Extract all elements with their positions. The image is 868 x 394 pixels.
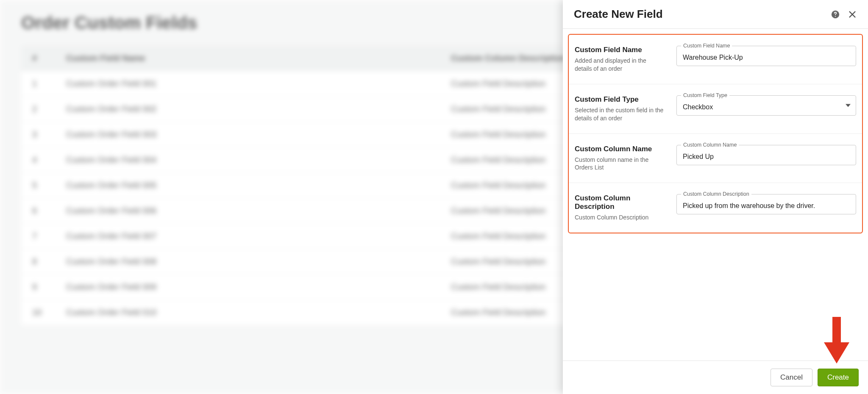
drawer-header: Create New Field [563, 0, 868, 29]
field-name-desc: Added and displayed in the details of an… [575, 57, 664, 73]
col-desc-input[interactable] [683, 202, 850, 210]
create-button[interactable]: Create [818, 369, 859, 386]
field-name-input[interactable] [683, 54, 850, 61]
field-type-select[interactable]: Custom Field Type Checkbox [676, 95, 856, 116]
cancel-button[interactable]: Cancel [771, 369, 812, 386]
field-name-input-wrap: Custom Field Name [676, 46, 856, 66]
field-type-desc: Selected in the custom field in the deta… [575, 106, 664, 122]
field-type-title: Custom Field Type [575, 95, 664, 104]
form-highlight-box: Custom Field Name Added and displayed in… [568, 34, 863, 233]
col-desc-float-label: Custom Column Description [681, 191, 751, 197]
section-field-type: Custom Field Type Selected in the custom… [569, 84, 862, 134]
section-col-desc: Custom Column Description Custom Column … [569, 183, 862, 233]
col-name-input[interactable] [683, 153, 850, 161]
field-type-float-label: Custom Field Type [681, 92, 729, 98]
help-icon[interactable] [831, 10, 840, 19]
section-field-name: Custom Field Name Added and displayed in… [569, 35, 862, 84]
col-desc-input-wrap: Custom Column Description [676, 194, 856, 214]
close-icon[interactable] [848, 10, 857, 19]
field-name-title: Custom Field Name [575, 46, 664, 54]
col-name-input-wrap: Custom Column Name [676, 145, 856, 165]
drawer-header-icons [831, 10, 857, 19]
chevron-down-icon [846, 104, 851, 107]
col-name-float-label: Custom Column Name [681, 142, 739, 148]
drawer-footer: Cancel Create [563, 361, 868, 394]
svg-point-1 [835, 16, 836, 17]
create-field-drawer: Create New Field Custom Field Name [563, 0, 868, 394]
col-name-desc: Custom column name in the Orders List [575, 156, 664, 172]
drawer-body: Custom Field Name Added and displayed in… [563, 29, 868, 361]
col-desc-desc: Custom Column Description [575, 214, 664, 222]
drawer-title: Create New Field [574, 8, 663, 21]
col-name-title: Custom Column Name [575, 145, 664, 153]
field-type-value: Checkbox [683, 103, 713, 111]
field-name-float-label: Custom Field Name [681, 43, 732, 49]
section-col-name: Custom Column Name Custom column name in… [569, 134, 862, 183]
col-desc-title: Custom Column Description [575, 194, 664, 211]
